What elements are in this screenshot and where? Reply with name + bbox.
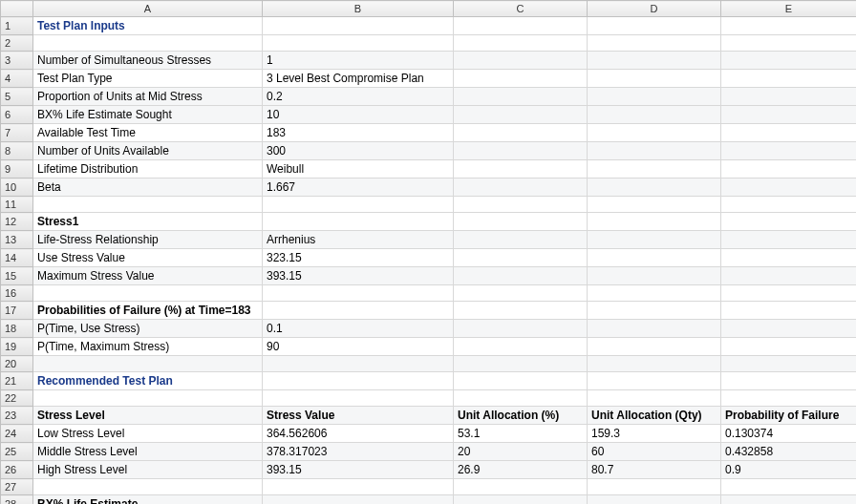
- cell[interactable]: [33, 197, 263, 213]
- cell[interactable]: Number of Simultaneous Stresses: [33, 52, 263, 70]
- cell[interactable]: 60: [588, 443, 721, 461]
- col-header-D[interactable]: D: [588, 1, 721, 17]
- cell[interactable]: Stress Value: [263, 407, 454, 425]
- row-header[interactable]: 22: [1, 390, 33, 407]
- row-header[interactable]: 2: [1, 35, 33, 52]
- row-header[interactable]: 14: [1, 249, 33, 267]
- cell[interactable]: [588, 160, 721, 178]
- cell[interactable]: [721, 160, 857, 178]
- cell[interactable]: [588, 285, 721, 302]
- cell[interactable]: [588, 356, 721, 372]
- cell[interactable]: [721, 88, 857, 106]
- cell[interactable]: Beta: [33, 178, 263, 197]
- cell[interactable]: [721, 356, 857, 372]
- cell[interactable]: [454, 142, 588, 160]
- cell[interactable]: Probabilities of Failure (%) at Time=183: [33, 302, 263, 320]
- cell[interactable]: [263, 302, 454, 320]
- cell[interactable]: [588, 338, 721, 356]
- cell[interactable]: Life-Stress Relationship: [33, 231, 263, 249]
- row-header[interactable]: 3: [1, 52, 33, 70]
- cell[interactable]: 300: [263, 142, 454, 160]
- cell[interactable]: [721, 249, 857, 267]
- cell[interactable]: 80.7: [588, 461, 721, 479]
- cell[interactable]: [588, 302, 721, 320]
- cell[interactable]: [454, 124, 588, 142]
- cell[interactable]: [454, 178, 588, 197]
- cell[interactable]: BX% Life Estimate: [33, 495, 263, 505]
- cell[interactable]: [721, 178, 857, 197]
- cell[interactable]: [454, 249, 588, 267]
- cell[interactable]: [588, 249, 721, 267]
- col-header-B[interactable]: B: [263, 1, 454, 17]
- cell[interactable]: [454, 495, 588, 505]
- cell[interactable]: 3 Level Best Compromise Plan: [263, 70, 454, 88]
- cell[interactable]: [263, 213, 454, 231]
- cell[interactable]: [588, 88, 721, 106]
- cell[interactable]: [454, 285, 588, 302]
- cell[interactable]: Use Stress Value: [33, 249, 263, 267]
- cell[interactable]: [454, 106, 588, 124]
- col-header-E[interactable]: E: [721, 1, 857, 17]
- cell[interactable]: Available Test Time: [33, 124, 263, 142]
- row-header[interactable]: 12: [1, 213, 33, 231]
- cell[interactable]: [588, 142, 721, 160]
- cell[interactable]: [454, 197, 588, 213]
- cell[interactable]: [454, 70, 588, 88]
- cell[interactable]: 20: [454, 443, 588, 461]
- cell[interactable]: [454, 88, 588, 106]
- cell[interactable]: [454, 356, 588, 372]
- row-header[interactable]: 13: [1, 231, 33, 249]
- cell[interactable]: [454, 52, 588, 70]
- cell[interactable]: [588, 372, 721, 390]
- cell[interactable]: [263, 390, 454, 407]
- row-header[interactable]: 27: [1, 479, 33, 495]
- spreadsheet-grid[interactable]: A B C D E 1Test Plan Inputs23Number of S…: [0, 0, 856, 504]
- cell[interactable]: Low Stress Level: [33, 425, 263, 443]
- cell[interactable]: [588, 52, 721, 70]
- cell[interactable]: 1.667: [263, 178, 454, 197]
- cell[interactable]: [588, 495, 721, 505]
- cell[interactable]: [33, 35, 263, 52]
- cell[interactable]: [263, 17, 454, 35]
- cell[interactable]: Number of Units Available: [33, 142, 263, 160]
- cell[interactable]: 0.1: [263, 320, 454, 338]
- cell[interactable]: [454, 320, 588, 338]
- row-header[interactable]: 11: [1, 197, 33, 213]
- col-header-A[interactable]: A: [33, 1, 263, 17]
- row-header[interactable]: 15: [1, 267, 33, 285]
- cell[interactable]: [454, 231, 588, 249]
- cell[interactable]: 378.317023: [263, 443, 454, 461]
- cell[interactable]: [588, 178, 721, 197]
- cell[interactable]: [588, 390, 721, 407]
- cell[interactable]: [721, 267, 857, 285]
- cell[interactable]: [33, 479, 263, 495]
- cell[interactable]: 364.562606: [263, 425, 454, 443]
- cell[interactable]: Unit Allocation (Qty): [588, 407, 721, 425]
- cell[interactable]: [454, 372, 588, 390]
- cell[interactable]: 53.1: [454, 425, 588, 443]
- row-header[interactable]: 23: [1, 407, 33, 425]
- cell[interactable]: [454, 35, 588, 52]
- cell[interactable]: 323.15: [263, 249, 454, 267]
- cell[interactable]: Probability of Failure: [721, 407, 857, 425]
- cell[interactable]: [263, 285, 454, 302]
- cell[interactable]: [721, 35, 857, 52]
- cell[interactable]: [263, 372, 454, 390]
- cell[interactable]: Lifetime Distribution: [33, 160, 263, 178]
- cell[interactable]: [721, 17, 857, 35]
- cell[interactable]: Test Plan Type: [33, 70, 263, 88]
- row-header[interactable]: 26: [1, 461, 33, 479]
- col-header-C[interactable]: C: [454, 1, 588, 17]
- row-header[interactable]: 17: [1, 302, 33, 320]
- cell[interactable]: [588, 320, 721, 338]
- cell[interactable]: Arrhenius: [263, 231, 454, 249]
- row-header[interactable]: 1: [1, 17, 33, 35]
- cell[interactable]: [721, 52, 857, 70]
- row-header[interactable]: 5: [1, 88, 33, 106]
- row-header[interactable]: 7: [1, 124, 33, 142]
- cell[interactable]: [588, 267, 721, 285]
- cell[interactable]: [588, 197, 721, 213]
- cell[interactable]: [588, 17, 721, 35]
- row-header[interactable]: 4: [1, 70, 33, 88]
- cell[interactable]: Unit Allocation (%): [454, 407, 588, 425]
